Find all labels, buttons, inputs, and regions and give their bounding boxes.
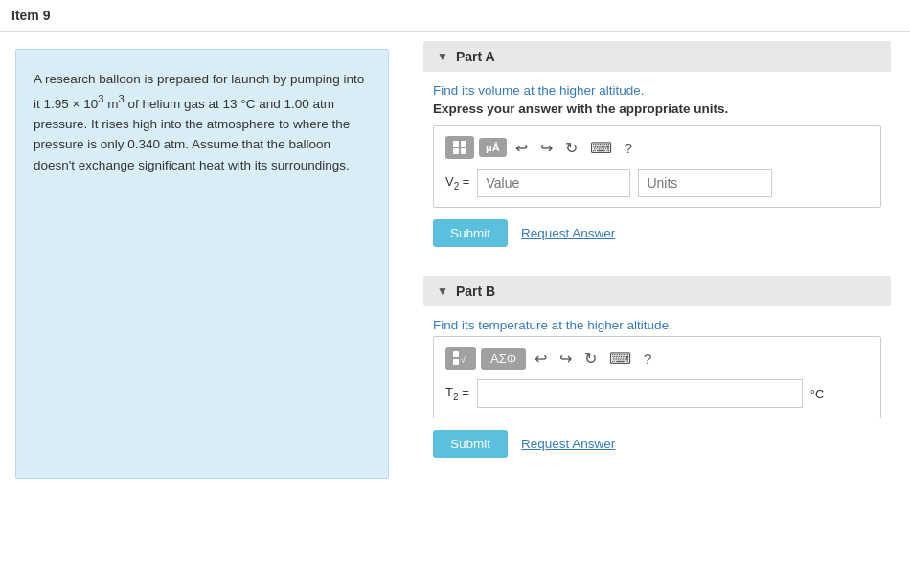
right-panel: ▼ Part A Find its volume at the higher a…	[404, 32, 910, 496]
part-a-description: Find its volume at the higher altitude.	[433, 83, 881, 98]
item-header: Item 9	[0, 0, 910, 32]
svg-rect-4	[453, 351, 459, 357]
part-b-unit-label: °C	[810, 387, 825, 401]
part-b-description: Find its temperature at the higher altit…	[433, 318, 881, 332]
unit-symbol-label: μÅ	[486, 142, 500, 153]
keyboard-button-b[interactable]: ⌨	[605, 348, 635, 370]
refresh-button[interactable]: ↻	[561, 137, 581, 159]
part-a-collapse-icon[interactable]: ▼	[437, 50, 448, 63]
part-a-label: Part A	[456, 49, 495, 64]
svg-text:√: √	[461, 355, 466, 365]
part-a-instruction: Express your answer with the appropriate…	[433, 102, 881, 116]
undo-button[interactable]: ↩	[512, 137, 532, 159]
part-b-submit-button[interactable]: Submit	[433, 430, 508, 458]
part-a-toolbar: μÅ ↩ ↪ ↻ ⌨ ?	[445, 136, 869, 159]
svg-rect-2	[453, 148, 459, 154]
refresh-button-b[interactable]: ↻	[580, 348, 601, 370]
part-b-request-answer-link[interactable]: Request Answer	[521, 437, 615, 451]
problem-statement: A research balloon is prepared for launc…	[15, 49, 389, 479]
svg-rect-1	[461, 141, 466, 147]
matrix-sqrt-button[interactable]: √	[445, 347, 476, 370]
item-title: Item 9	[11, 8, 50, 23]
svg-rect-5	[453, 359, 459, 365]
part-b-section: ▼ Part B Find its temperature at the hig…	[423, 276, 891, 467]
part-a-action-row: Submit Request Answer	[433, 219, 881, 247]
part-b-label: Part B	[456, 283, 495, 299]
help-button[interactable]: ?	[621, 138, 636, 158]
part-b-value-input[interactable]	[477, 379, 803, 408]
part-a-body: Find its volume at the higher altitude. …	[423, 83, 891, 257]
part-a-header: ▼ Part A	[423, 41, 891, 72]
part-b-input-row: T2 = °C	[445, 379, 869, 408]
part-b-action-row: Submit Request Answer	[433, 430, 881, 458]
part-a-submit-button[interactable]: Submit	[433, 219, 508, 247]
undo-button-b[interactable]: ↩	[531, 348, 551, 370]
part-b-input-label: T2 =	[445, 385, 469, 402]
svg-rect-0	[453, 141, 459, 147]
greek-symbol-label: ΑΣΦ	[490, 351, 516, 366]
part-b-collapse-icon[interactable]: ▼	[437, 284, 448, 298]
page-wrapper: Item 9 A research balloon is prepared fo…	[0, 0, 910, 588]
greek-symbol-button[interactable]: ΑΣΦ	[481, 348, 526, 370]
unit-symbol-button[interactable]: μÅ	[479, 138, 507, 157]
keyboard-button[interactable]: ⌨	[586, 137, 616, 159]
content-row: A research balloon is prepared for launc…	[0, 32, 910, 496]
part-a-units-input[interactable]	[638, 169, 772, 197]
part-b-body: Find its temperature at the higher altit…	[423, 318, 891, 467]
part-a-value-input[interactable]	[477, 169, 630, 197]
part-a-input-row: V2 =	[445, 169, 869, 197]
grid-icon-button[interactable]	[445, 136, 474, 159]
help-button-b[interactable]: ?	[640, 349, 655, 369]
part-a-request-answer-link[interactable]: Request Answer	[521, 226, 615, 240]
redo-button-b[interactable]: ↪	[556, 348, 576, 370]
part-a-input-label: V2 =	[445, 174, 469, 192]
part-b-answer-box: √ ΑΣΦ ↩ ↪ ↻ ⌨ ?	[433, 336, 881, 418]
redo-button[interactable]: ↪	[536, 137, 557, 159]
part-a-section: ▼ Part A Find its volume at the higher a…	[423, 41, 891, 257]
part-a-answer-box: μÅ ↩ ↪ ↻ ⌨ ? V2 =	[433, 125, 881, 208]
svg-rect-3	[461, 148, 466, 154]
part-b-header: ▼ Part B	[423, 276, 891, 306]
part-b-toolbar: √ ΑΣΦ ↩ ↪ ↻ ⌨ ?	[445, 347, 869, 370]
